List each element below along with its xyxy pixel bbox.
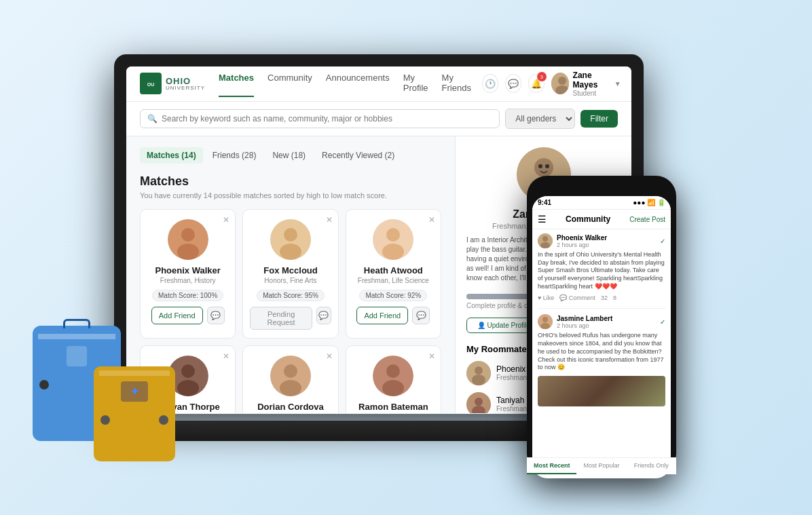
messages-button[interactable]: 💬 xyxy=(505,74,521,93)
svg-point-13 xyxy=(382,244,404,260)
post-actions: ♥ Like 💬 Comment 32 8 xyxy=(538,294,665,301)
phone-header: 9:41 ●●● 📶 🔋 xyxy=(532,196,671,210)
phone-screen: 9:41 ●●● 📶 🔋 ☰ Community Create Post xyxy=(532,196,671,478)
post-text: In the spirit of Ohio University's Menta… xyxy=(538,251,665,290)
phone-feed-tabs: Most Recent Most Popular Friends Only xyxy=(532,457,671,474)
nav-profile[interactable]: My Profile xyxy=(403,70,428,97)
avatar xyxy=(373,356,413,396)
post-avatar xyxy=(538,314,553,329)
card-meta: Freshman, History xyxy=(147,277,228,284)
svg-point-22 xyxy=(382,380,404,396)
post-time: 2 hours ago xyxy=(557,242,607,248)
match-card: ✕ Heath Atwood Freshman, Life Science Ma… xyxy=(346,209,441,339)
phone-time: 9:41 xyxy=(538,199,551,206)
nav-matches[interactable]: Matches xyxy=(219,70,254,97)
nav-friends[interactable]: My Friends xyxy=(442,70,471,97)
user-role: Student xyxy=(573,90,610,97)
post-header: Jasmine Lambert 2 hours ago ✓ xyxy=(538,314,665,329)
app-header: OU OHIO UNIVERSITY Matches Community Ann… xyxy=(126,66,631,102)
nav-community[interactable]: Community xyxy=(267,70,312,97)
card-meta: Honors, Fine Arts xyxy=(250,277,331,284)
logo-shield: OU xyxy=(140,73,162,94)
tab-recently-viewed[interactable]: Recently Viewed (2) xyxy=(315,147,401,164)
svg-point-30 xyxy=(472,375,485,385)
notifications-button[interactable]: 🔔 3 xyxy=(528,74,545,93)
avatar xyxy=(270,356,311,396)
search-input[interactable] xyxy=(162,114,492,123)
phone-nav: ☰ Community Create Post xyxy=(532,210,671,229)
person-icon: 👤 xyxy=(477,322,485,329)
svg-point-12 xyxy=(386,228,400,242)
nav-announcements[interactable]: Announcements xyxy=(326,70,390,97)
post-image xyxy=(538,376,665,406)
svg-point-15 xyxy=(181,364,195,378)
verified-icon: ✓ xyxy=(660,318,665,326)
post-header: Phoenix Walker 2 hours ago ✓ xyxy=(538,233,665,248)
card-name: Heath Atwood xyxy=(353,265,434,275)
add-friend-button[interactable]: Add Friend xyxy=(356,307,408,324)
card-meta: Freshman, Life Science xyxy=(353,277,434,284)
post-text: OHIO's beloved Rufus has undergone many … xyxy=(538,332,665,371)
tab-friends[interactable]: Friends (28) xyxy=(206,147,263,164)
pending-request-button[interactable]: Pending Request xyxy=(250,307,312,330)
card-actions: Add Friend 💬 xyxy=(353,307,434,324)
card-actions: Pending Request 💬 xyxy=(250,307,331,330)
user-avatar xyxy=(551,73,569,94)
phone-signal: ●●● 📶 🔋 xyxy=(633,199,665,206)
message-button[interactable]: 💬 xyxy=(412,307,430,324)
header-actions: 🕐 💬 🔔 3 Zane Mayes Stude xyxy=(482,71,621,97)
phone-notch xyxy=(581,184,622,193)
section-subtitle: You have currently 14 possible matches s… xyxy=(140,191,441,199)
card-name: Dorian Cordova xyxy=(250,402,331,412)
search-bar: 🔍 All genders Filter xyxy=(126,102,631,136)
cards-grid: ✕ Phoenix Walker Freshman, History Match… xyxy=(140,209,441,413)
main-nav: Matches Community Announcements My Profi… xyxy=(219,70,471,97)
close-icon[interactable]: ✕ xyxy=(326,215,333,225)
user-menu[interactable]: Zane Mayes Student ▼ xyxy=(551,71,621,97)
svg-point-19 xyxy=(280,380,301,396)
close-icon[interactable]: ✕ xyxy=(326,351,333,361)
tab-matches[interactable]: Matches (14) xyxy=(140,147,203,164)
match-card: ✕ Fox Mccloud Honors, Fine Arts Match Sc… xyxy=(242,209,338,339)
clock-button[interactable]: 🕐 xyxy=(482,74,498,93)
tab-friends-only[interactable]: Friends Only xyxy=(627,458,671,474)
close-icon[interactable]: ✕ xyxy=(428,351,435,361)
filter-button[interactable]: Filter xyxy=(580,110,618,128)
close-icon[interactable]: ✕ xyxy=(223,351,229,361)
close-icon[interactable]: ✕ xyxy=(223,215,229,225)
add-friend-button[interactable]: Add Friend xyxy=(151,307,203,324)
match-card: ✕ Ramon Bateman Honors, Interior Archite… xyxy=(346,345,441,413)
svg-point-32 xyxy=(475,398,483,406)
avatar xyxy=(168,219,208,260)
svg-point-24 xyxy=(534,158,553,177)
post-avatar xyxy=(538,233,553,248)
tab-most-recent[interactable]: Most Recent xyxy=(532,458,576,474)
post-author: Jasmine Lambert xyxy=(557,315,612,322)
svg-point-35 xyxy=(542,236,548,242)
svg-point-6 xyxy=(181,228,195,242)
svg-point-26 xyxy=(538,164,542,168)
avatar xyxy=(270,219,311,260)
message-button[interactable]: 💬 xyxy=(316,307,331,324)
section-title: Matches xyxy=(140,174,441,189)
svg-point-18 xyxy=(284,364,297,378)
phone-frame: 9:41 ●●● 📶 🔋 ☰ Community Create Post xyxy=(527,176,676,474)
svg-point-29 xyxy=(475,366,483,375)
roommate-avatar xyxy=(466,361,491,385)
close-icon[interactable]: ✕ xyxy=(428,215,435,225)
svg-point-7 xyxy=(177,244,199,260)
tab-most-popular[interactable]: Most Popular xyxy=(576,458,626,474)
like-button[interactable]: ♥ Like xyxy=(538,294,554,301)
phone-community-title: Community xyxy=(566,214,610,224)
gender-select[interactable]: All genders xyxy=(505,109,575,129)
logo: OU OHIO UNIVERSITY xyxy=(140,73,208,94)
search-icon: 🔍 xyxy=(147,114,158,123)
message-button[interactable]: 💬 xyxy=(207,307,225,324)
comment-button[interactable]: 💬 Comment xyxy=(559,294,595,301)
create-post-button[interactable]: Create Post xyxy=(629,216,665,223)
match-score: Match Score: 95% xyxy=(257,290,325,301)
tab-new[interactable]: New (18) xyxy=(265,147,312,164)
comment-count: 8 xyxy=(613,294,616,301)
chevron-down-icon: ▼ xyxy=(614,80,621,88)
hamburger-icon[interactable]: ☰ xyxy=(538,214,547,225)
